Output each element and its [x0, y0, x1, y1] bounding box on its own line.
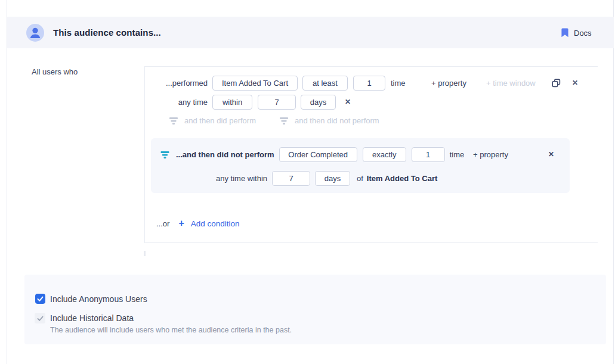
duplicate-condition-button[interactable]: [551, 77, 561, 88]
time-value-input[interactable]: [258, 95, 296, 110]
check-icon: [36, 315, 44, 322]
sub-event-select[interactable]: Order Completed: [279, 147, 357, 162]
sub-operator-select[interactable]: exactly: [363, 147, 406, 162]
of-event-label: Item Added To Cart: [367, 174, 437, 183]
historical-data-label: Include Historical Data: [50, 313, 134, 323]
check-icon: [36, 295, 44, 303]
performed-row: ...performed Item Added To Cart at least…: [144, 75, 406, 91]
and-then-did-perform-label: and then did perform: [184, 116, 256, 125]
audience-builder-page: This audience contains... Docs All users…: [0, 0, 615, 364]
sub-time-unit-select[interactable]: days: [315, 171, 350, 186]
subcondition-time-row: any time within days of Item Added To Ca…: [215, 170, 437, 186]
plus-icon: +: [178, 219, 184, 228]
subcondition-row: ...and then did not perform Order Comple…: [160, 147, 464, 162]
group-connector-tick: [144, 251, 146, 256]
close-icon: ✕: [572, 79, 578, 86]
and-then-did-perform-option[interactable]: and then did perform: [169, 116, 256, 125]
of-label: of: [357, 174, 363, 183]
remove-condition-button[interactable]: ✕: [570, 77, 580, 88]
historical-data-description: The audience will include users who met …: [50, 326, 292, 334]
bookmark-icon: [561, 28, 568, 38]
time-window-label: any time: [144, 98, 208, 107]
anonymous-users-checkbox[interactable]: [35, 294, 45, 304]
funnel-icon: [279, 116, 289, 125]
or-row: ...or + Add condition: [156, 216, 240, 231]
time-window-row: any time within days ✕: [144, 94, 351, 110]
add-property-link[interactable]: + property: [431, 79, 466, 88]
count-input[interactable]: [353, 76, 385, 91]
funnel-icon: [160, 150, 170, 159]
count-unit-label: time: [391, 79, 406, 88]
sub-time-window-label: any time within: [215, 174, 267, 183]
sub-count-unit-label: time: [450, 150, 465, 159]
event-select[interactable]: Item Added To Cart: [212, 76, 298, 91]
and-then-did-not-perform-label: and then did not perform: [295, 116, 379, 125]
operator-select[interactable]: at least: [302, 76, 348, 91]
sub-add-property-link[interactable]: + property: [473, 150, 508, 159]
remove-time-window-button[interactable]: ✕: [345, 98, 351, 105]
page-title: This audience contains...: [53, 17, 161, 48]
root-condition-label: All users who: [32, 67, 78, 76]
time-unit-select[interactable]: days: [301, 95, 336, 110]
funnel-icon: [169, 116, 178, 125]
sub-count-input[interactable]: [412, 147, 445, 162]
docs-link[interactable]: Docs: [561, 26, 592, 39]
header-bar: This audience contains... Docs: [7, 17, 614, 48]
copy-icon: [552, 79, 561, 88]
docs-label: Docs: [574, 29, 592, 38]
audience-avatar: [26, 24, 44, 42]
time-operator-select[interactable]: within: [212, 95, 252, 110]
add-time-window-link: + time window: [486, 79, 536, 88]
performed-label: ...performed: [144, 79, 208, 88]
historical-data-checkbox: [35, 313, 45, 323]
subcondition-label: ...and then did not perform: [176, 150, 274, 159]
add-condition-label: Add condition: [191, 219, 240, 228]
add-condition-button[interactable]: + Add condition: [178, 219, 239, 228]
and-then-did-not-perform-option[interactable]: and then did not perform: [279, 116, 379, 125]
sub-time-value-input[interactable]: [272, 171, 310, 186]
or-label: ...or: [156, 219, 169, 228]
remove-subcondition-button[interactable]: ✕: [546, 149, 557, 160]
person-icon: [26, 24, 44, 42]
close-icon: ✕: [548, 151, 554, 158]
anonymous-users-label: Include Anonymous Users: [50, 294, 147, 304]
